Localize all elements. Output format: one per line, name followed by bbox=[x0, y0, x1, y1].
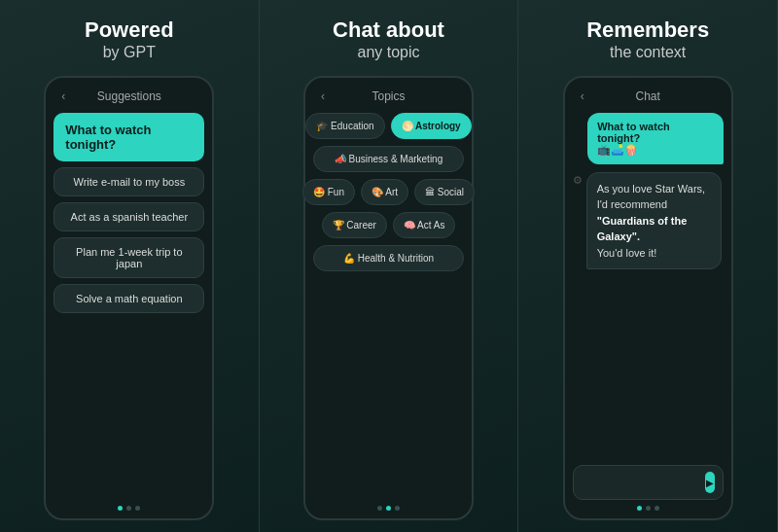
chat-messages: What to watch tonight?📺🛋️🍿 ⚙ As you love… bbox=[573, 113, 724, 465]
topics-row-0: 🎓 Education 🌕 Astrology bbox=[313, 113, 464, 139]
phone-bar-title-chat: Chat bbox=[635, 89, 659, 103]
panel-topics: Chat about any topic ‹ Topics 🎓 Educatio… bbox=[260, 0, 519, 532]
page-dots-topics bbox=[313, 506, 464, 511]
page-dots-gpt bbox=[53, 506, 204, 511]
topic-astrology[interactable]: 🌕 Astrology bbox=[391, 113, 472, 139]
topic-art[interactable]: 🎨 Art bbox=[361, 179, 408, 205]
back-icon-chat[interactable]: ‹ bbox=[581, 89, 584, 103]
phone-bar-title-gpt: Suggestions bbox=[97, 89, 161, 103]
ai-message-0: As you love Star Wars, I'd recommend "Gu… bbox=[586, 172, 723, 270]
suggestions-list: What to watch tonight? Write e-mail to m… bbox=[53, 113, 204, 500]
panel-gpt: Powered by GPT ‹ Suggestions What to wat… bbox=[0, 0, 260, 532]
back-icon-topics[interactable]: ‹ bbox=[321, 89, 325, 103]
topic-health[interactable]: 💪 Health & Nutrition bbox=[313, 245, 464, 271]
phone-bar-title-topics: Topics bbox=[371, 89, 405, 103]
topic-dot-0[interactable] bbox=[377, 506, 382, 511]
ai-message-row: ⚙ As you love Star Wars, I'd recommend "… bbox=[573, 172, 724, 270]
chat-input[interactable] bbox=[582, 478, 705, 488]
topic-fun[interactable]: 🤩 Fun bbox=[302, 179, 355, 205]
topics-row-4: 💪 Health & Nutrition bbox=[313, 245, 464, 271]
back-icon-gpt[interactable]: ‹ bbox=[61, 89, 65, 103]
chat-input-area[interactable]: ▶ bbox=[573, 465, 724, 500]
topic-education[interactable]: 🎓 Education bbox=[305, 113, 384, 139]
topic-dot-2[interactable] bbox=[395, 506, 400, 511]
highlight-suggestion[interactable]: What to watch tonight? bbox=[53, 113, 204, 161]
topic-social[interactable]: 🏛 Social bbox=[414, 179, 475, 205]
dot-2[interactable] bbox=[135, 506, 140, 511]
dot-0[interactable] bbox=[118, 506, 123, 511]
send-button[interactable]: ▶ bbox=[705, 472, 715, 493]
panel-topics-title: Chat about any topic bbox=[333, 18, 444, 62]
topic-business[interactable]: 📣 Business & Marketing bbox=[313, 146, 464, 172]
topic-dot-1[interactable] bbox=[386, 506, 391, 511]
topics-row-1: 📣 Business & Marketing bbox=[313, 146, 464, 172]
page-dots-chat bbox=[573, 506, 724, 511]
chat-dot-0[interactable] bbox=[637, 506, 642, 511]
panel-gpt-title: Powered by GPT bbox=[85, 18, 174, 62]
topic-career[interactable]: 🏆 Career bbox=[322, 212, 387, 238]
ai-avatar-icon: ⚙ bbox=[573, 174, 583, 187]
chat-dot-2[interactable] bbox=[654, 506, 659, 511]
phone-gpt: ‹ Suggestions What to watch tonight? Wri… bbox=[44, 76, 214, 520]
dot-1[interactable] bbox=[126, 506, 131, 511]
topics-row-3: 🏆 Career 🧠 Act As bbox=[313, 212, 464, 238]
chat-dot-1[interactable] bbox=[646, 506, 651, 511]
suggestion-item-3[interactable]: Solve a math equation bbox=[53, 284, 204, 313]
topics-grid: 🎓 Education 🌕 Astrology 📣 Business & Mar… bbox=[313, 113, 464, 500]
topic-act-as[interactable]: 🧠 Act As bbox=[393, 212, 456, 238]
suggestion-item-1[interactable]: Act as a spanish teacher bbox=[53, 202, 204, 231]
phone-topics: ‹ Topics 🎓 Education 🌕 Astrology 📣 Busin… bbox=[303, 76, 474, 520]
phone-bar-gpt: ‹ Suggestions bbox=[53, 86, 204, 107]
phone-bar-chat: ‹ Chat bbox=[573, 86, 724, 107]
user-message-0: What to watch tonight?📺🛋️🍿 bbox=[587, 113, 724, 164]
topics-row-2: 🤩 Fun 🎨 Art 🏛 Social bbox=[313, 179, 464, 205]
phone-chat: ‹ Chat What to watch tonight?📺🛋️🍿 ⚙ As y… bbox=[563, 76, 733, 520]
suggestion-item-0[interactable]: Write e-mail to my boss bbox=[53, 167, 204, 196]
suggestion-item-2[interactable]: Plan me 1-week trip to japan bbox=[53, 237, 204, 278]
panel-chat-title: Remembers the context bbox=[586, 18, 709, 62]
phone-bar-topics: ‹ Topics bbox=[313, 86, 464, 107]
panel-chat: Remembers the context ‹ Chat What to wat… bbox=[518, 0, 778, 532]
